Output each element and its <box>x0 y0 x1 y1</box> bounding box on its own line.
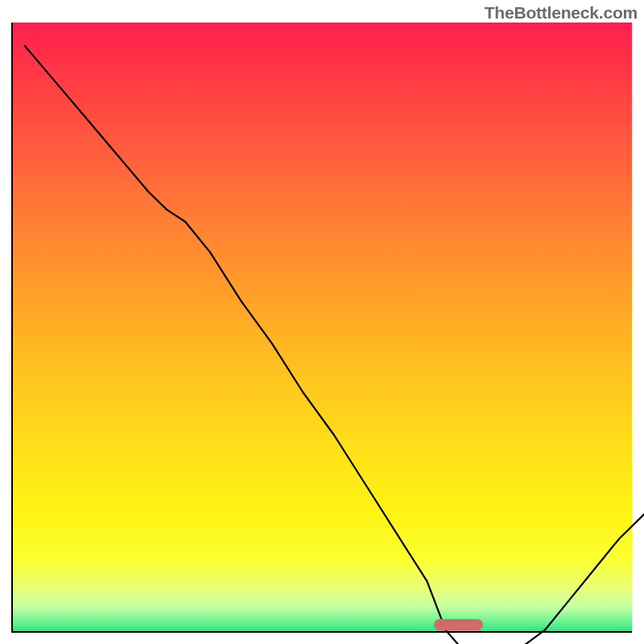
optimal-range-marker <box>434 619 484 630</box>
x-axis <box>12 631 632 633</box>
bottleneck-curve <box>24 45 644 644</box>
curve-layer <box>24 45 644 644</box>
watermark-text: TheBottleneck.com <box>485 3 638 23</box>
chart-container: TheBottleneck.com <box>0 0 644 644</box>
plot-area <box>12 23 632 632</box>
y-axis <box>11 23 13 633</box>
